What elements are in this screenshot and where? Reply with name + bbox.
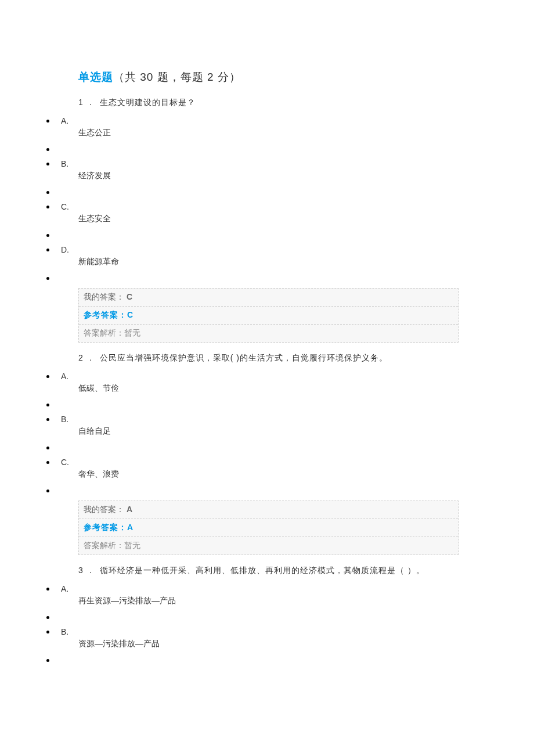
bullet-icon [46,461,49,464]
option-text: 低碳、节俭 [78,383,534,394]
empty-row [0,274,534,282]
empty-row [0,145,534,153]
bullet-icon [46,120,49,123]
my-answer-label: 我的答案： [84,505,124,514]
question-number: 2 ． [78,353,95,362]
question-number: 1 ． [78,98,95,107]
bullet-icon [46,404,49,406]
option-letter: B. [61,159,68,168]
bullet-icon [46,234,49,237]
answer-block: 我的答案：A 参考答案：A 答案解析：暂无 [78,501,459,555]
option-letter: B. [61,627,68,636]
option-row[interactable]: A. [0,584,534,593]
option-row[interactable]: B. [0,415,534,424]
ref-answer-row: 参考答案：A [79,519,458,537]
section-title: 单选题（共 30 题，每题 2 分） [78,70,534,85]
bullet-icon [46,163,49,165]
bullet-icon [46,447,49,449]
ref-answer-label: 参考答案： [84,523,127,532]
bullet-icon [46,206,49,208]
option-row[interactable]: A. [0,116,534,125]
analysis-label: 答案解析： [84,328,124,337]
ref-answer-value: C [127,310,134,319]
empty-row [0,613,534,621]
analysis-label: 答案解析： [84,541,124,550]
ref-answer-value: A [127,523,134,532]
empty-row [0,188,534,196]
analysis-value: 暂无 [124,328,140,337]
option-row[interactable]: C. [0,458,534,467]
option-text: 新能源革命 [78,257,534,267]
option-row[interactable]: B. [0,159,534,168]
question-stem: 3 ．循环经济是一种低开采、高利用、低排放、再利用的经济模式，其物质流程是（ ）… [78,566,534,576]
option-text: 生态安全 [78,214,534,224]
bullet-icon [46,588,49,591]
answer-block: 我的答案：C 参考答案：C 答案解析：暂无 [78,288,459,343]
bullet-icon [46,489,49,492]
question-stem: 2 ．公民应当增强环境保护意识，采取( )的生活方式，自觉履行环境保护义务。 [78,353,534,363]
option-row[interactable]: A. [0,372,534,381]
ref-answer-label: 参考答案： [84,310,127,319]
question: 2 ．公民应当增强环境保护意识，采取( )的生活方式，自觉履行环境保护义务。 A… [0,353,534,555]
question: 3 ．循环经济是一种低开采、高利用、低排放、再利用的经济模式，其物质流程是（ ）… [0,566,534,664]
analysis-row: 答案解析：暂无 [79,537,458,555]
option-row[interactable]: D. [0,245,534,254]
section-title-rest: （共 30 题，每题 2 分） [113,71,241,83]
analysis-row: 答案解析：暂无 [79,325,458,342]
option-letter: A. [61,584,68,593]
my-answer-row: 我的答案：C [79,289,458,307]
option-letter: A. [61,116,68,125]
ref-answer-row: 参考答案：C [79,307,458,325]
my-answer-value: C [127,292,132,301]
bullet-icon [46,631,49,633]
section-title-highlight: 单选题 [78,71,113,83]
option-text: 再生资源—污染排放—产品 [78,596,534,606]
question-text: 公民应当增强环境保护意识，采取( )的生活方式，自觉履行环境保护义务。 [100,353,388,362]
option-letter: A. [61,372,68,381]
my-answer-row: 我的答案：A [79,501,458,519]
empty-row [0,231,534,239]
question-text: 循环经济是一种低开采、高利用、低排放、再利用的经济模式，其物质流程是（ ）。 [100,566,425,575]
analysis-value: 暂无 [124,541,140,550]
option-letter: B. [61,415,68,424]
bullet-icon [46,659,49,662]
bullet-icon [46,616,49,619]
bullet-icon [46,191,49,194]
bullet-icon [46,418,49,421]
option-text: 自给自足 [78,426,534,437]
page-content: 单选题（共 30 题，每题 2 分） 1 ．生态文明建设的目标是？ A. 生态公… [0,0,534,693]
option-text: 生态公正 [78,128,534,138]
option-text: 经济发展 [78,171,534,181]
bullet-icon [46,277,49,280]
question-stem: 1 ．生态文明建设的目标是？ [78,98,534,108]
bullet-icon [46,375,49,378]
empty-row [0,656,534,664]
empty-row [0,401,534,409]
option-text: 奢华、浪费 [78,469,534,480]
empty-row [0,487,534,495]
my-answer-value: A [127,505,132,514]
empty-row [0,444,534,452]
question-number: 3 ． [78,566,95,575]
option-letter: D. [61,245,69,254]
option-row[interactable]: C. [0,202,534,211]
question: 1 ．生态文明建设的目标是？ A. 生态公正 B. 经济发展 C. 生态安全 D… [0,98,534,343]
bullet-icon [46,148,49,151]
question-text: 生态文明建设的目标是？ [100,98,196,107]
option-letter: C. [61,458,69,467]
bullet-icon [46,249,49,251]
my-answer-label: 我的答案： [84,292,124,301]
option-row[interactable]: B. [0,627,534,636]
option-text: 资源—污染排放—产品 [78,639,534,649]
option-letter: C. [61,202,69,211]
